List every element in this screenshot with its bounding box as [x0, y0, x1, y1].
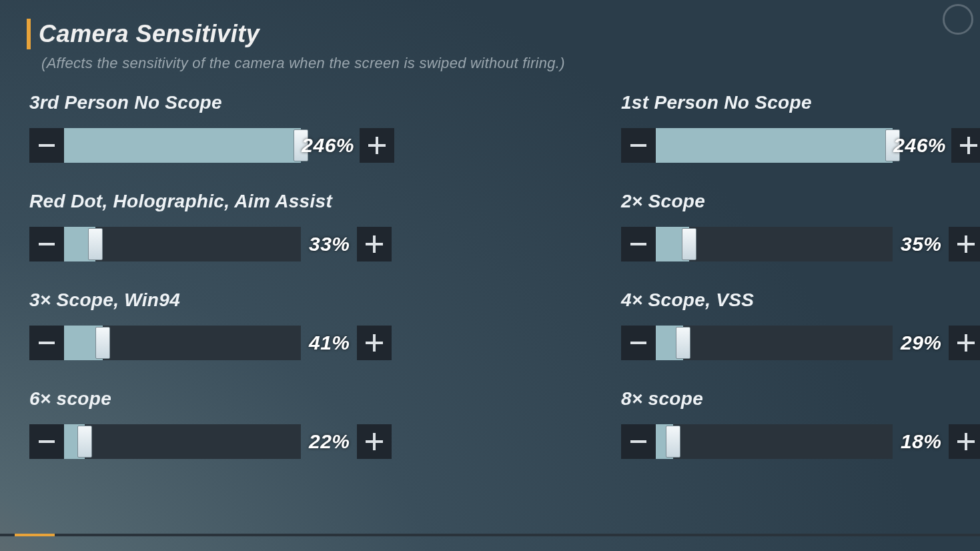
setting-4x: 4× Scope, VSS29%: [621, 290, 980, 360]
slider-value: 35%: [893, 233, 949, 255]
setting-label: 1st Person No Scope: [621, 92, 980, 113]
svg-rect-20: [373, 433, 376, 450]
svg-rect-0: [39, 144, 55, 147]
setting-label: 3× Scope, Win94: [29, 290, 394, 311]
slider-fill: [656, 128, 893, 163]
svg-rect-14: [373, 334, 376, 352]
setting-label: 4× Scope, VSS: [621, 290, 980, 311]
decrease-button[interactable]: [29, 227, 64, 261]
increase-button[interactable]: [357, 424, 392, 459]
decrease-button[interactable]: [621, 227, 656, 261]
setting-label: Red Dot, Holographic, Aim Assist: [29, 191, 394, 212]
slider-handle[interactable]: [88, 228, 103, 260]
svg-rect-12: [39, 342, 55, 344]
setting-3p-noscope: 3rd Person No Scope246%: [29, 92, 394, 163]
setting-6x: 6× scope22%: [29, 388, 394, 459]
svg-rect-3: [630, 144, 646, 147]
svg-rect-5: [967, 137, 970, 154]
slider-track[interactable]: [64, 326, 301, 360]
decrease-button[interactable]: [29, 424, 64, 459]
slider-control: 29%: [621, 326, 980, 360]
slider-control: 22%: [29, 424, 394, 459]
slider-track[interactable]: [656, 326, 893, 360]
setting-2x: 2× Scope35%: [621, 191, 980, 261]
accent-bar: [27, 19, 31, 49]
section-title: Camera Sensitivity: [39, 20, 260, 48]
increase-button[interactable]: [357, 227, 392, 261]
slider-control: 33%: [29, 227, 394, 261]
svg-rect-6: [39, 243, 55, 245]
increase-button[interactable]: [949, 424, 980, 459]
setting-8x: 8× scope18%: [621, 388, 980, 459]
slider-handle[interactable]: [77, 426, 92, 458]
svg-rect-21: [630, 440, 646, 443]
slider-control: 35%: [621, 227, 980, 261]
setting-reddot: Red Dot, Holographic, Aim Assist33%: [29, 191, 394, 261]
svg-rect-15: [630, 342, 646, 344]
decrease-button[interactable]: [621, 326, 656, 360]
slider-track[interactable]: [64, 227, 301, 261]
setting-label: 6× scope: [29, 388, 394, 410]
slider-value: 41%: [301, 332, 357, 354]
slider-track[interactable]: [656, 424, 893, 459]
horizontal-scrollbar[interactable]: [0, 534, 980, 536]
slider-control: 246%: [621, 128, 980, 163]
slider-value: 22%: [301, 430, 357, 453]
increase-button[interactable]: [360, 128, 394, 163]
slider-handle[interactable]: [294, 129, 308, 161]
svg-rect-11: [965, 235, 967, 253]
slider-value: 246%: [302, 134, 354, 157]
slider-value: 246%: [893, 134, 946, 157]
svg-rect-18: [39, 440, 55, 443]
setting-label: 2× Scope: [621, 191, 980, 212]
svg-rect-17: [965, 334, 967, 352]
settings-panel: Camera Sensitivity (Affects the sensitiv…: [0, 0, 980, 551]
slider-value: 29%: [893, 332, 949, 354]
setting-label: 8× scope: [621, 388, 980, 410]
section-header: Camera Sensitivity: [27, 19, 953, 49]
svg-rect-23: [965, 433, 967, 450]
slider-fill: [64, 128, 301, 163]
setting-label: 3rd Person No Scope: [29, 92, 394, 113]
setting-1p-noscope: 1st Person No Scope246%: [621, 92, 980, 163]
slider-track[interactable]: [64, 424, 301, 459]
slider-track[interactable]: 246%: [64, 128, 301, 163]
increase-button[interactable]: [357, 326, 392, 360]
section-description: (Affects the sensitivity of the camera w…: [41, 55, 953, 72]
slider-value: 33%: [301, 233, 357, 255]
slider-handle[interactable]: [666, 426, 680, 458]
slider-track[interactable]: 246%: [656, 128, 893, 163]
svg-rect-9: [630, 243, 646, 245]
increase-button[interactable]: [949, 326, 980, 360]
increase-button[interactable]: [951, 128, 980, 163]
slider-handle[interactable]: [682, 228, 696, 260]
svg-rect-8: [373, 235, 376, 253]
decrease-button[interactable]: [29, 326, 64, 360]
decrease-button[interactable]: [621, 424, 656, 459]
increase-button[interactable]: [949, 227, 980, 261]
slider-handle[interactable]: [885, 129, 900, 161]
settings-grid: 3rd Person No Scope246%1st Person No Sco…: [27, 92, 953, 459]
svg-rect-2: [376, 137, 378, 154]
setting-3x: 3× Scope, Win9441%: [29, 290, 394, 360]
slider-handle[interactable]: [676, 327, 690, 359]
decrease-button[interactable]: [621, 128, 656, 163]
slider-control: 246%: [29, 128, 394, 163]
slider-track[interactable]: [656, 227, 893, 261]
slider-handle[interactable]: [95, 327, 110, 359]
scrollbar-thumb[interactable]: [15, 534, 55, 536]
slider-control: 41%: [29, 326, 394, 360]
slider-value: 18%: [893, 430, 949, 453]
decrease-button[interactable]: [29, 128, 64, 163]
close-button[interactable]: [943, 4, 973, 35]
slider-control: 18%: [621, 424, 980, 459]
